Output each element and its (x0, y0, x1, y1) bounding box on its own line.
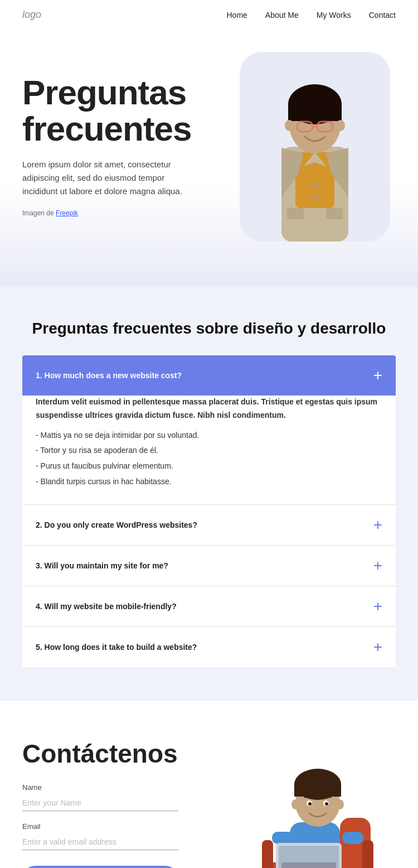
faq-plus-icon-3: + (373, 558, 382, 573)
faq-item-1: 1. How much does a new website cost? + I… (22, 355, 396, 505)
faq-plus-icon-4: + (373, 599, 382, 614)
email-form-group: Email (22, 822, 240, 850)
name-form-group: Name (22, 783, 240, 811)
faq-question-text-2: 2. Do you only create WordPress websites… (36, 520, 197, 529)
faq-section-title: Preguntas frecuentes sobre diseño y desa… (22, 320, 396, 337)
name-label: Name (22, 783, 240, 792)
svg-rect-5 (288, 104, 342, 121)
faq-item-3: 3. Will you maintain my site for me? + (22, 546, 396, 586)
hero-freepik-link[interactable]: Freepik (56, 209, 78, 217)
hero-title: Preguntas frecuentes (22, 74, 234, 147)
email-label: Email (22, 822, 240, 831)
faq-question-text-3: 3. Will you maintain my site for me? (36, 561, 168, 570)
contact-image-area (240, 740, 396, 868)
faq-question-1[interactable]: 1. How much does a new website cost? + (22, 355, 396, 396)
submit-button[interactable]: ENTREGAR (22, 866, 178, 868)
hero-person-illustration (248, 63, 382, 242)
nav-works[interactable]: My Works (317, 11, 351, 20)
svg-point-14 (313, 195, 317, 199)
name-input[interactable] (22, 795, 178, 811)
contact-title: Contáctenos (22, 740, 240, 768)
svg-rect-20 (362, 840, 373, 868)
svg-point-38 (291, 799, 299, 809)
svg-rect-19 (262, 840, 273, 868)
hero-credit: Imagen de Freepik (22, 209, 234, 217)
svg-rect-37 (294, 784, 341, 797)
nav-contact[interactable]: Contact (369, 11, 396, 20)
svg-rect-27 (342, 832, 363, 844)
contact-form-area: Contáctenos Name Email ENTREGAR Imagen d… (22, 740, 240, 868)
faq-question-3[interactable]: 3. Will you maintain my site for me? + (22, 546, 396, 586)
svg-rect-16 (326, 208, 343, 219)
nav-home[interactable]: Home (226, 11, 247, 20)
faq-answer-list-1: Mattis ya no se deja intimidar por su vo… (36, 429, 382, 489)
faq-answer-bold-1: Interdum velit euismod in pellentesque m… (36, 396, 382, 422)
hero-image-wrapper (234, 52, 396, 242)
faq-item-4: 4. Will my website be mobile-friendly? + (22, 586, 396, 627)
svg-point-7 (336, 120, 345, 131)
list-item: Blandit turpis cursus in hac habitasse. (36, 475, 382, 489)
svg-point-6 (285, 120, 294, 131)
hero-description: Lorem ipsum dolor sit amet, consectetur … (22, 158, 189, 198)
email-input[interactable] (22, 834, 178, 850)
faq-plus-icon-1: + (373, 368, 382, 383)
contact-section: Contáctenos Name Email ENTREGAR Imagen d… (0, 701, 418, 868)
list-item: Purus ut faucibus pulvinar elementum. (36, 460, 382, 473)
faq-question-4[interactable]: 4. Will my website be mobile-friendly? + (22, 586, 396, 626)
faq-question-text-1: 1. How much does a new website cost? (36, 371, 182, 380)
nav-links: Home About Me My Works Contact (226, 11, 396, 20)
faq-question-5[interactable]: 5. How long does it take to build a webs… (22, 627, 396, 667)
faq-question-2[interactable]: 2. Do you only create WordPress websites… (22, 505, 396, 545)
nav-about[interactable]: About Me (265, 11, 299, 20)
faq-item-2: 2. Do you only create WordPress websites… (22, 505, 396, 546)
svg-rect-15 (287, 208, 304, 219)
faq-plus-icon-2: + (373, 517, 382, 533)
logo: logo (22, 9, 41, 21)
navigation: logo Home About Me My Works Contact (0, 0, 418, 30)
hero-image-box (240, 52, 390, 242)
list-item: Tortor y su risa se apoderan de él. (36, 444, 382, 457)
svg-rect-26 (272, 832, 293, 844)
faq-section: Preguntas frecuentes sobre diseño y desa… (0, 286, 418, 701)
svg-point-42 (308, 802, 312, 806)
faq-item-5: 5. How long does it take to build a webs… (22, 627, 396, 667)
svg-point-13 (313, 184, 317, 188)
svg-rect-30 (281, 862, 336, 868)
list-item: Mattis ya no se deja intimidar por su vo… (36, 429, 382, 442)
faq-answer-1: Interdum velit euismod in pellentesque m… (22, 396, 396, 504)
hero-section: Preguntas frecuentes Lorem ipsum dolor s… (0, 30, 418, 286)
svg-point-43 (325, 802, 328, 806)
svg-point-39 (336, 799, 344, 809)
contact-person-illustration (251, 740, 385, 868)
hero-text: Preguntas frecuentes Lorem ipsum dolor s… (22, 52, 234, 217)
faq-question-text-5: 5. How long does it take to build a webs… (36, 643, 197, 652)
faq-list: 1. How much does a new website cost? + I… (22, 355, 396, 667)
faq-plus-icon-5: + (373, 639, 382, 655)
faq-question-text-4: 4. Will my website be mobile-friendly? (36, 602, 177, 611)
